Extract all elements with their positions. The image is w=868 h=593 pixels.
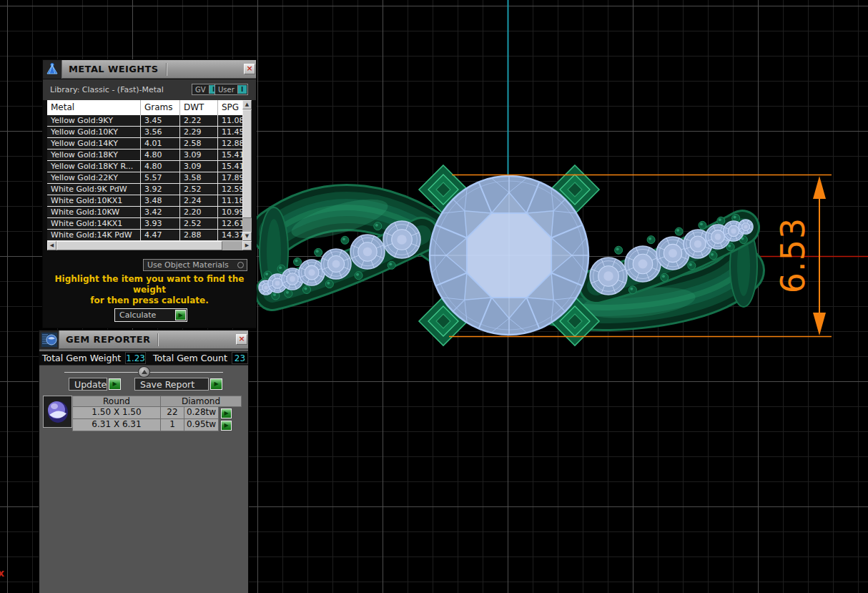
scroll-right-icon[interactable]: ▶ (242, 241, 252, 250)
gem-row-detail-button[interactable]: ▶ (221, 408, 232, 418)
scale-icon (43, 60, 62, 79)
vscroll-thumb[interactable] (242, 109, 252, 218)
metal-row[interactable]: White Gold:9K PdW3.922.5212.59 (47, 184, 242, 195)
slider-arrow-icon (142, 370, 147, 374)
gem-reporter-titlebar[interactable]: GEM REPORTER (39, 330, 248, 349)
total-gem-count-label: Total Gem Count (153, 353, 227, 363)
update-label: Update (74, 379, 107, 390)
dimension-arrow-up (813, 176, 826, 199)
total-gem-weight-value: 1.23 (125, 352, 146, 364)
calculate-button[interactable]: Calculate ▶ (114, 308, 187, 322)
metal-table: Metal Grams DWT SPG Yellow Gold:9KY3.452… (47, 100, 252, 250)
gem-reporter-panel: GEM REPORTER × Total Gem Weight 1.23 Tot… (39, 330, 248, 593)
dimension-value-label: 6.53 (774, 217, 812, 293)
gv-label: GV (192, 86, 209, 94)
update-go-icon[interactable]: ▶ (109, 378, 121, 390)
scroll-down-icon[interactable]: ▼ (242, 232, 252, 241)
use-object-materials-button[interactable]: Use Object Materials (143, 259, 247, 271)
metal-row[interactable]: Yellow Gold:9KY3.452.2211.08 (47, 115, 242, 127)
calculate-go-icon[interactable]: ▶ (175, 310, 186, 320)
use-object-materials-label: Use Object Materials (147, 260, 229, 270)
metal-row[interactable]: Yellow Gold:18KY R...4.803.0915.41 (47, 161, 242, 172)
gem-slider[interactable] (39, 366, 248, 378)
col-grams[interactable]: Grams (141, 100, 180, 115)
save-report-button[interactable]: Save Report (134, 378, 209, 391)
gem-totals-bar: Total Gem Weight 1.23 Total Gem Count 23 (39, 351, 248, 366)
metal-row[interactable]: Yellow Gold:22KY5.573.5817.89 (47, 172, 242, 184)
axis-x-label: x (0, 567, 4, 579)
titlebar-divider (157, 333, 159, 346)
gem-reporter-close-button[interactable]: × (236, 334, 247, 345)
instruction-line2: for then press calculate. (44, 295, 255, 306)
instruction-line1: Highlight the item you want to find the … (44, 274, 255, 295)
total-gem-count-value: 23 (232, 352, 248, 364)
user-toggle-indicator[interactable]: I (237, 85, 247, 94)
vertical-scrollbar[interactable]: ▲ ▼ (242, 100, 252, 241)
gem-shape-header[interactable]: Round (72, 396, 161, 407)
metal-row[interactable]: White Gold:10KW3.422.2010.99 (47, 207, 242, 218)
metal-row[interactable]: White Gold:10KX13.482.2411.18 (47, 195, 242, 207)
save-report-go-icon[interactable]: ▶ (210, 378, 222, 390)
radio-circle-icon (237, 262, 244, 268)
metal-weights-title: METAL WEIGHTS (62, 64, 159, 74)
application-window: 6.53 x METAL WEIGHTS × Library: Classic … (0, 0, 868, 593)
metal-row[interactable]: White Gold:14KX13.932.5212.61 (47, 218, 242, 230)
gem-row-detail-button[interactable]: ▶ (221, 421, 232, 431)
total-gem-weight-label: Total Gem Weight (42, 353, 121, 363)
metal-weights-close-button[interactable]: × (244, 64, 255, 74)
update-button[interactable]: Update (69, 378, 107, 391)
col-spg[interactable]: SPG (218, 100, 242, 115)
gem-thumbnail[interactable] (43, 396, 72, 428)
col-dwt[interactable]: DWT (180, 100, 218, 115)
slider-knob[interactable] (138, 366, 150, 378)
user-toggle-button[interactable]: User I (214, 84, 248, 95)
scroll-up-icon[interactable]: ▲ (242, 100, 252, 109)
gem-table: Round Diamond 1.50 X 1.50220.28tw▶6.31 X… (43, 396, 245, 433)
gem-reporter-title: GEM REPORTER (59, 334, 150, 345)
gem-icon (39, 330, 59, 349)
metal-row[interactable]: Yellow Gold:10KY3.562.2911.45 (47, 127, 242, 138)
metal-row[interactable]: Yellow Gold:18KY4.803.0915.41 (47, 150, 242, 161)
metal-weights-titlebar[interactable]: METAL WEIGHTS (43, 60, 256, 79)
ring-model[interactable] (259, 165, 757, 345)
metal-row[interactable]: Yellow Gold:14KY4.012.5812.88 (47, 138, 242, 150)
gem-table-rows: 1.50 X 1.50220.28tw▶6.31 X 6.3110.95tw▶ (72, 407, 232, 431)
gem-row[interactable]: 1.50 X 1.50220.28tw▶ (72, 407, 232, 419)
gem-type-header[interactable]: Diamond (160, 396, 242, 407)
gem-row[interactable]: 6.31 X 6.3110.95tw▶ (72, 419, 232, 431)
hscroll-thumb[interactable] (56, 241, 222, 250)
metal-table-header: Metal Grams DWT SPG (47, 100, 242, 115)
library-label: Library: Classic - (Fast)-Metal (43, 85, 164, 94)
horizontal-scrollbar[interactable]: ◀ ▶ (47, 241, 252, 250)
metal-table-rows: Yellow Gold:9KY3.452.2211.08Yellow Gold:… (47, 115, 242, 241)
scroll-left-icon[interactable]: ◀ (47, 241, 56, 250)
save-report-label: Save Report (140, 379, 194, 390)
instruction-text: Highlight the item you want to find the … (44, 274, 255, 306)
calculate-label: Calculate (115, 310, 175, 320)
col-metal[interactable]: Metal (47, 100, 141, 115)
metal-row[interactable]: White Gold:14K PdW4.472.8814.37 (47, 230, 242, 241)
dimension-arrow-down (813, 313, 826, 335)
user-label: User (215, 86, 237, 94)
metal-weights-panel: METAL WEIGHTS × Library: Classic - (Fast… (43, 60, 256, 328)
titlebar-divider (166, 63, 167, 76)
